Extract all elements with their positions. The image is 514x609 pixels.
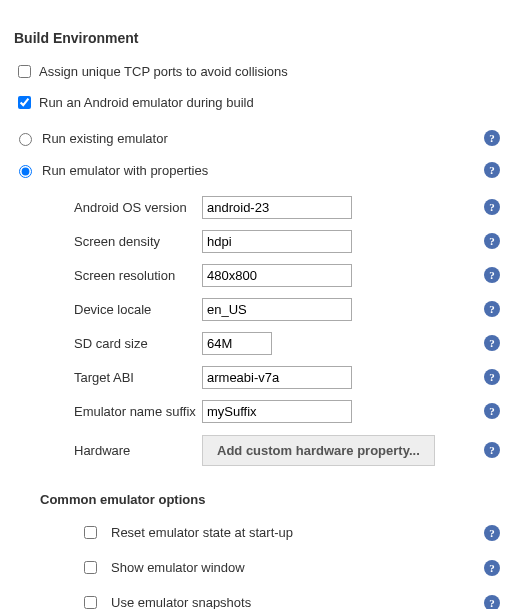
suffix-label: Emulator name suffix [74, 404, 202, 419]
locale-label: Device locale [74, 302, 202, 317]
run-emulator-label: Run an Android emulator during build [39, 95, 254, 110]
resolution-input[interactable] [202, 264, 352, 287]
snapshots-label: Use emulator snapshots [111, 595, 251, 609]
section-title: Build Environment [14, 30, 500, 46]
reset-label: Reset emulator state at start-up [111, 525, 293, 540]
radio-existing-label: Run existing emulator [42, 131, 168, 146]
snapshots-checkbox[interactable] [84, 596, 97, 609]
abi-row: Target ABI ? [74, 360, 500, 394]
hardware-row: Hardware Add custom hardware property...… [74, 428, 500, 472]
abi-label: Target ABI [74, 370, 202, 385]
help-icon[interactable]: ? [484, 525, 500, 541]
os-version-row: Android OS version ? [74, 190, 500, 224]
reset-checkbox[interactable] [84, 526, 97, 539]
help-icon[interactable]: ? [484, 199, 500, 215]
show-row: Show emulator window ? [14, 550, 500, 585]
sdcard-row: SD card size ? [74, 326, 500, 360]
help-icon[interactable]: ? [484, 130, 500, 146]
density-input[interactable] [202, 230, 352, 253]
radio-existing[interactable] [19, 133, 32, 146]
run-emulator-checkbox[interactable] [18, 96, 31, 109]
help-icon[interactable]: ? [484, 403, 500, 419]
abi-input[interactable] [202, 366, 352, 389]
density-row: Screen density ? [74, 224, 500, 258]
help-icon[interactable]: ? [484, 560, 500, 576]
help-icon[interactable]: ? [484, 369, 500, 385]
sdcard-label: SD card size [74, 336, 202, 351]
density-label: Screen density [74, 234, 202, 249]
help-icon[interactable]: ? [484, 335, 500, 351]
show-checkbox[interactable] [84, 561, 97, 574]
assign-ports-checkbox[interactable] [18, 65, 31, 78]
radio-existing-row: Run existing emulator ? [14, 122, 500, 154]
suffix-input[interactable] [202, 400, 352, 423]
radio-properties-row: Run emulator with properties ? [14, 154, 500, 186]
assign-ports-row: Assign unique TCP ports to avoid collisi… [14, 56, 500, 87]
add-hardware-button[interactable]: Add custom hardware property... [202, 435, 435, 466]
assign-ports-label: Assign unique TCP ports to avoid collisi… [39, 64, 288, 79]
radio-properties-label: Run emulator with properties [42, 163, 208, 178]
help-icon[interactable]: ? [484, 233, 500, 249]
locale-input[interactable] [202, 298, 352, 321]
help-icon[interactable]: ? [484, 162, 500, 178]
snapshots-row: Use emulator snapshots ? [14, 585, 500, 609]
sdcard-input[interactable] [202, 332, 272, 355]
resolution-row: Screen resolution ? [74, 258, 500, 292]
radio-properties[interactable] [19, 165, 32, 178]
help-icon[interactable]: ? [484, 442, 500, 458]
resolution-label: Screen resolution [74, 268, 202, 283]
help-icon[interactable]: ? [484, 595, 500, 610]
help-icon[interactable]: ? [484, 267, 500, 283]
show-label: Show emulator window [111, 560, 245, 575]
os-version-label: Android OS version [74, 200, 202, 215]
reset-row: Reset emulator state at start-up ? [14, 515, 500, 550]
locale-row: Device locale ? [74, 292, 500, 326]
hardware-label: Hardware [74, 443, 202, 458]
help-icon[interactable]: ? [484, 301, 500, 317]
suffix-row: Emulator name suffix ? [74, 394, 500, 428]
run-emulator-row: Run an Android emulator during build [14, 87, 500, 118]
common-options-title: Common emulator options [40, 492, 500, 507]
os-version-input[interactable] [202, 196, 352, 219]
